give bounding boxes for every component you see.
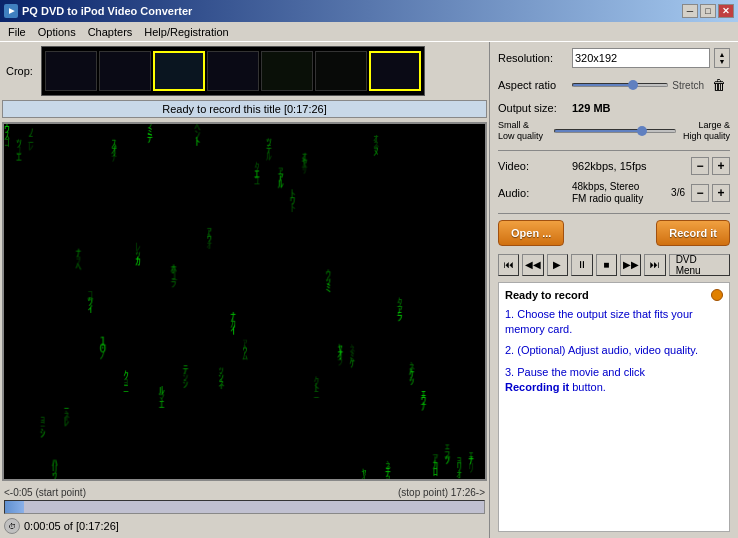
- aspect-slider-track[interactable]: [572, 83, 668, 87]
- aspect-ratio-row: Aspect ratio Stretch 🗑: [498, 74, 730, 96]
- timeline-start-label: <-0:05 (start point): [4, 487, 86, 498]
- right-panel: Resolution: 320x192 ▲ ▼ Aspect ratio Str…: [490, 42, 738, 538]
- aspect-slider-container[interactable]: [572, 83, 668, 87]
- quality-row: Small &Low quality Large &High quality: [498, 120, 730, 142]
- status-panel-header: Ready to record: [505, 289, 723, 301]
- time-display: 0:00:05 of [0:17:26]: [24, 520, 119, 532]
- audio-minus-btn[interactable]: −: [691, 184, 709, 202]
- film-frame-7[interactable]: [369, 51, 421, 91]
- title-bar: ▶ PQ DVD to iPod Video Converter ─ □ ✕: [0, 0, 738, 22]
- action-buttons-row: Open ... Record it: [498, 220, 730, 246]
- crop-area: Crop:: [0, 42, 489, 100]
- audio-value: 48kbps, StereoFM radio quality: [572, 181, 667, 205]
- film-frame-6[interactable]: [315, 51, 367, 91]
- skip-back-button[interactable]: ⏮: [498, 254, 519, 276]
- film-frame-3[interactable]: [153, 51, 205, 91]
- timeline-stop-label: (stop point) 17:26->: [398, 487, 485, 498]
- large-quality-label: Large &High quality: [680, 120, 730, 142]
- output-size-value: 129 MB: [572, 102, 611, 114]
- film-frame-5[interactable]: [261, 51, 313, 91]
- output-size-label: Output size:: [498, 102, 568, 114]
- film-frame-1[interactable]: [45, 51, 97, 91]
- status-dot: [711, 289, 723, 301]
- stretch-label: Stretch: [672, 80, 704, 91]
- resolution-select[interactable]: 320x192: [572, 48, 710, 68]
- timeline-fill: [5, 501, 24, 513]
- preview-status-bar: Ready to record this title [0:17:26]: [2, 100, 487, 118]
- video-row: Video: 962kbps, 15fps − +: [498, 157, 730, 175]
- divider-1: [498, 150, 730, 151]
- instruction-2: 2. (Optional) Adjust audio, video qualit…: [505, 343, 723, 358]
- menu-file[interactable]: File: [2, 24, 32, 40]
- aspect-slider-thumb[interactable]: [628, 80, 638, 90]
- instruction-1: 1. Choose the output size that fits your…: [505, 307, 723, 338]
- status-panel-title: Ready to record: [505, 289, 589, 301]
- trash-icon[interactable]: 🗑: [708, 74, 730, 96]
- fast-forward-button[interactable]: ▶▶: [620, 254, 641, 276]
- timeline-labels: <-0:05 (start point) (stop point) 17:26-…: [4, 487, 485, 498]
- pause-button[interactable]: ⏸: [571, 254, 592, 276]
- timeline-bar[interactable]: [4, 500, 485, 514]
- spin-down-icon: ▼: [719, 58, 726, 65]
- audio-label: Audio:: [498, 187, 568, 199]
- aspect-ratio-label: Aspect ratio: [498, 79, 568, 91]
- quality-slider-track[interactable]: [554, 129, 676, 133]
- matrix-canvas: [4, 124, 485, 479]
- status-panel: Ready to record 1. Choose the output siz…: [498, 282, 730, 532]
- audio-row: Audio: 48kbps, StereoFM radio quality 3/…: [498, 181, 730, 205]
- instruction-3-bold: Recording it: [505, 381, 569, 393]
- window-title: PQ DVD to iPod Video Converter: [22, 5, 192, 17]
- video-label: Video:: [498, 160, 568, 172]
- resolution-spin[interactable]: ▲ ▼: [714, 48, 730, 68]
- rewind-button[interactable]: ◀◀: [522, 254, 543, 276]
- video-plus-btn[interactable]: +: [712, 157, 730, 175]
- close-button[interactable]: ✕: [718, 4, 734, 18]
- audio-plus-btn[interactable]: +: [712, 184, 730, 202]
- menu-bar: File Options Chapters Help/Registration: [0, 22, 738, 42]
- resolution-value: 320x192: [575, 52, 617, 64]
- minimize-button[interactable]: ─: [682, 4, 698, 18]
- crop-label: Crop:: [6, 65, 33, 77]
- left-panel: Crop: Ready to record this title [0:17:2…: [0, 42, 490, 538]
- app-icon: ▶: [4, 4, 18, 18]
- menu-help[interactable]: Help/Registration: [138, 24, 234, 40]
- instruction-3: 3. Pause the movie and click Recording i…: [505, 365, 723, 396]
- stop-button[interactable]: ■: [596, 254, 617, 276]
- divider-2: [498, 213, 730, 214]
- quality-slider-thumb[interactable]: [637, 126, 647, 136]
- main-area: Crop: Ready to record this title [0:17:2…: [0, 42, 738, 538]
- audio-counter: 3/6: [671, 187, 685, 198]
- skip-forward-button[interactable]: ⏭: [644, 254, 665, 276]
- time-icon: ⏱: [4, 518, 20, 534]
- video-minus-btn[interactable]: −: [691, 157, 709, 175]
- output-size-row: Output size: 129 MB: [498, 102, 730, 114]
- timeline-area: <-0:05 (start point) (stop point) 17:26-…: [0, 485, 489, 538]
- video-preview: [2, 122, 487, 481]
- video-value: 962kbps, 15fps: [572, 160, 647, 172]
- filmstrip: [41, 46, 425, 96]
- play-button[interactable]: ▶: [547, 254, 568, 276]
- resolution-row: Resolution: 320x192 ▲ ▼: [498, 48, 730, 68]
- small-quality-label: Small &Low quality: [498, 120, 550, 142]
- menu-chapters[interactable]: Chapters: [82, 24, 139, 40]
- maximize-button[interactable]: □: [700, 4, 716, 18]
- film-frame-2[interactable]: [99, 51, 151, 91]
- playback-controls: ⏮ ◀◀ ▶ ⏸ ■ ▶▶ ⏭ DVD Menu: [498, 252, 730, 278]
- resolution-label: Resolution:: [498, 52, 568, 64]
- film-frame-4[interactable]: [207, 51, 259, 91]
- record-button[interactable]: Record it: [656, 220, 730, 246]
- dvd-menu-button[interactable]: DVD Menu: [669, 254, 730, 276]
- open-button[interactable]: Open ...: [498, 220, 564, 246]
- menu-options[interactable]: Options: [32, 24, 82, 40]
- time-display-bar: ⏱ 0:00:05 of [0:17:26]: [4, 516, 485, 536]
- spin-up-icon: ▲: [719, 51, 726, 58]
